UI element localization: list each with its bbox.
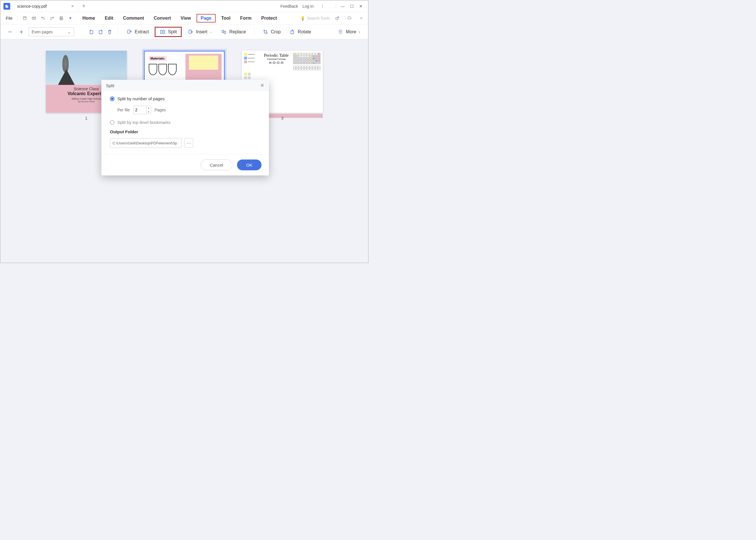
- svg-rect-8: [128, 30, 130, 33]
- menu-protect[interactable]: Protect: [257, 14, 281, 23]
- app-logo-icon: [3, 3, 10, 10]
- print-icon[interactable]: [57, 14, 65, 22]
- crop-icon: [262, 29, 269, 35]
- zoom-out-button[interactable]: −: [6, 28, 14, 36]
- ok-button[interactable]: OK: [237, 160, 261, 170]
- menu-tool[interactable]: Tool: [217, 14, 235, 23]
- insert-label: Insert: [196, 29, 207, 35]
- page3-subtitle: Chemical Formula: [261, 58, 291, 61]
- menu-form[interactable]: Form: [236, 14, 255, 23]
- search-tools-placeholder: Search Tools: [307, 16, 330, 21]
- split-icon: [160, 29, 166, 35]
- maximize-button[interactable]: ☐: [348, 2, 356, 11]
- svg-rect-10: [163, 30, 165, 34]
- browse-label: ⋯: [187, 140, 191, 146]
- stepper-down-icon[interactable]: ▼: [146, 110, 151, 114]
- more-label: More: [346, 29, 356, 35]
- external-link-icon[interactable]: [333, 14, 341, 22]
- page-toolbar: − + Even pages ⌄ Extract Split Insert ⌄ …: [1, 25, 368, 39]
- svg-rect-12: [222, 30, 224, 33]
- dropdown-icon[interactable]: ▾: [67, 14, 75, 22]
- insert-button[interactable]: Insert ⌄: [185, 28, 215, 36]
- login-link[interactable]: Log In: [303, 4, 314, 9]
- save-icon[interactable]: [21, 14, 29, 22]
- cancel-button[interactable]: Cancel: [201, 160, 233, 170]
- rotate-button[interactable]: Rotate: [286, 28, 314, 36]
- svg-rect-9: [160, 30, 162, 34]
- rotate-left-icon[interactable]: [88, 29, 94, 35]
- split-by-pages-option[interactable]: Split by number of pages: [110, 96, 260, 101]
- titlebar: science-copy.pdf × + Feedback Log In ⋮ —…: [1, 1, 368, 12]
- chevron-right-icon: ›: [359, 29, 360, 35]
- separator: [336, 3, 336, 9]
- chevron-down-icon: ⌄: [68, 30, 71, 34]
- page-range-select[interactable]: Even pages ⌄: [29, 27, 74, 37]
- close-window-button[interactable]: ✕: [357, 2, 365, 11]
- svg-rect-14: [291, 31, 294, 34]
- radio-on-icon: [110, 96, 114, 101]
- page3-formula: H-O-O-H: [261, 61, 291, 65]
- split-label: Split: [168, 29, 177, 35]
- lightbulb-icon: 💡: [300, 16, 305, 21]
- search-tools[interactable]: 💡 Search Tools: [300, 16, 330, 21]
- kebab-menu-icon[interactable]: ⋮: [318, 2, 327, 11]
- menu-page[interactable]: Page: [197, 14, 215, 23]
- feedback-link[interactable]: Feedback: [281, 4, 298, 9]
- dialog-close-button[interactable]: ✕: [260, 82, 264, 88]
- undo-icon[interactable]: [39, 14, 47, 22]
- split-button[interactable]: Split: [155, 27, 182, 37]
- split-by-pages-label: Split by number of pages: [117, 96, 165, 101]
- insert-icon: [188, 29, 194, 35]
- chevron-down-icon: ⌄: [210, 30, 212, 34]
- redo-icon[interactable]: [48, 14, 56, 22]
- separator: [254, 28, 254, 36]
- pages-per-file-input[interactable]: ▲ ▼: [133, 106, 151, 114]
- output-folder-label: Output Folder: [110, 129, 260, 134]
- page-number-3: 3: [281, 116, 283, 120]
- replace-icon: [221, 29, 227, 35]
- stepper-up-icon[interactable]: ▲: [146, 106, 151, 110]
- close-tab-icon[interactable]: ×: [71, 4, 74, 9]
- page-range-value: Even pages: [32, 30, 53, 34]
- document-tab-title: science-copy.pdf: [17, 4, 47, 9]
- new-tab-button[interactable]: +: [78, 3, 89, 9]
- crop-button[interactable]: Crop: [259, 28, 284, 36]
- rotate-label: Rotate: [298, 29, 311, 35]
- split-by-bookmarks-option[interactable]: Split by top level bookmarks: [110, 120, 260, 125]
- zoom-in-button[interactable]: +: [17, 28, 26, 36]
- rotate-right-icon[interactable]: [97, 29, 104, 35]
- cloud-icon[interactable]: [345, 14, 353, 22]
- menu-comment[interactable]: Comment: [119, 14, 148, 23]
- separator: [18, 15, 18, 21]
- mail-icon[interactable]: [30, 14, 38, 22]
- collapse-ribbon-icon[interactable]: [357, 14, 365, 22]
- main-menu: Home Edit Comment Convert View Page Tool…: [78, 14, 281, 23]
- menu-view[interactable]: View: [177, 14, 195, 23]
- replace-button[interactable]: Replace: [218, 28, 249, 36]
- crop-label: Crop: [271, 29, 281, 35]
- document-tab[interactable]: science-copy.pdf ×: [13, 1, 78, 12]
- menu-edit[interactable]: Edit: [101, 14, 117, 23]
- delete-page-icon[interactable]: [106, 29, 113, 35]
- extract-label: Extract: [135, 29, 149, 35]
- file-menu[interactable]: File: [3, 15, 15, 22]
- extract-button[interactable]: Extract: [123, 28, 152, 36]
- page3-title: Periodic Table: [261, 53, 291, 58]
- dialog-title: Split: [106, 83, 114, 88]
- browse-folder-button[interactable]: ⋯: [185, 138, 193, 148]
- minimize-button[interactable]: —: [338, 2, 347, 11]
- pages-per-file-field[interactable]: [134, 108, 146, 112]
- menu-convert[interactable]: Convert: [150, 14, 175, 23]
- output-folder-input[interactable]: [110, 138, 182, 148]
- menubar: File ▾ Home Edit Comment Convert View Pa…: [1, 12, 368, 25]
- extract-icon: [126, 29, 132, 35]
- more-button[interactable]: ☰ More ›: [334, 28, 363, 36]
- menu-home[interactable]: Home: [78, 14, 99, 23]
- per-file-label: Per file: [117, 108, 130, 112]
- pages-label: Pages: [155, 108, 166, 112]
- split-by-bookmarks-label: Split by top level bookmarks: [117, 120, 171, 125]
- page2-materials-label: Materials:: [149, 56, 167, 61]
- rotate-icon: [289, 29, 295, 35]
- radio-off-icon: [110, 120, 114, 125]
- svg-rect-0: [23, 17, 27, 20]
